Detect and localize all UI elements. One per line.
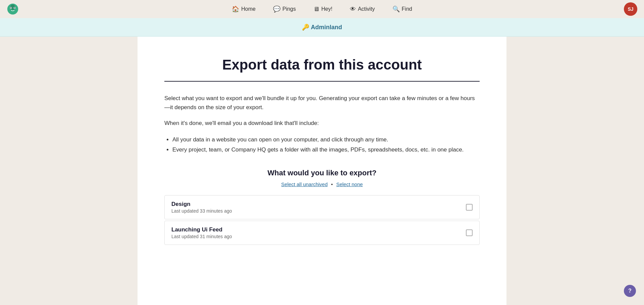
user-avatar[interactable]: SJ bbox=[624, 2, 637, 16]
help-label: ? bbox=[628, 288, 632, 294]
nav-item-hey[interactable]: 🖥 Hey! bbox=[311, 4, 335, 14]
link-separator: • bbox=[331, 181, 333, 187]
app-logo bbox=[7, 3, 19, 15]
export-section-title: What would you like to export? bbox=[164, 169, 480, 177]
svg-point-4 bbox=[10, 7, 11, 8]
nav-item-home[interactable]: 🏠 Home bbox=[229, 4, 258, 14]
svg-point-5 bbox=[14, 7, 15, 8]
nav-item-activity[interactable]: 👁 Activity bbox=[347, 4, 378, 14]
title-divider bbox=[164, 81, 480, 82]
bullet-item-1: All your data in a website you can open … bbox=[172, 135, 480, 145]
page-title: Export data from this account bbox=[164, 57, 480, 73]
find-icon: 🔍 bbox=[392, 5, 400, 13]
project-checkbox-design[interactable] bbox=[466, 204, 473, 211]
home-icon: 🏠 bbox=[232, 5, 239, 13]
project-name-design: Design bbox=[171, 201, 232, 208]
avatar-initials: SJ bbox=[628, 6, 633, 12]
activity-icon: 👁 bbox=[350, 6, 356, 13]
project-checkbox-launching[interactable] bbox=[466, 229, 473, 236]
description-1: Select what you want to export and we'll… bbox=[164, 94, 480, 112]
nav-item-find[interactable]: 🔍 Find bbox=[390, 4, 415, 14]
project-row-launching: Launching Ui Feed Last updated 31 minute… bbox=[164, 221, 480, 245]
project-info-design: Design Last updated 33 minutes ago bbox=[171, 201, 232, 214]
bullet-item-2: Every project, team, or Company HQ gets … bbox=[172, 145, 480, 155]
select-all-unarchived-link[interactable]: Select all unarchived bbox=[281, 181, 327, 187]
help-button[interactable]: ? bbox=[624, 285, 636, 297]
project-name-launching: Launching Ui Feed bbox=[171, 226, 232, 233]
bullet-list: All your data in a website you can open … bbox=[172, 135, 480, 155]
adminland-icon: 🔑 bbox=[302, 24, 309, 31]
nav-pings-label: Pings bbox=[282, 6, 296, 12]
nav-item-pings[interactable]: 💬 Pings bbox=[270, 4, 299, 14]
description-2: When it's done, we'll email you a downlo… bbox=[164, 119, 480, 128]
nav-activity-label: Activity bbox=[358, 6, 375, 12]
selection-links: Select all unarchived • Select none bbox=[164, 181, 480, 187]
hey-icon: 🖥 bbox=[313, 6, 319, 13]
main-content: Export data from this account Select wha… bbox=[138, 37, 506, 305]
nav-find-label: Find bbox=[402, 6, 412, 12]
adminland-banner: 🔑 Adminland bbox=[0, 18, 644, 37]
project-row: Design Last updated 33 minutes ago bbox=[164, 195, 480, 219]
project-updated-launching: Last updated 31 minutes ago bbox=[171, 234, 232, 239]
top-nav: 🏠 Home 💬 Pings 🖥 Hey! 👁 Activity 🔍 Find … bbox=[0, 0, 644, 18]
project-updated-design: Last updated 33 minutes ago bbox=[171, 208, 232, 214]
pings-icon: 💬 bbox=[273, 5, 280, 13]
project-info-launching: Launching Ui Feed Last updated 31 minute… bbox=[171, 226, 232, 239]
adminland-label: Adminland bbox=[311, 24, 342, 31]
nav-hey-label: Hey! bbox=[321, 6, 332, 12]
adminland-link[interactable]: 🔑 Adminland bbox=[302, 24, 342, 31]
select-none-link[interactable]: Select none bbox=[336, 181, 363, 187]
nav-home-label: Home bbox=[241, 6, 256, 12]
